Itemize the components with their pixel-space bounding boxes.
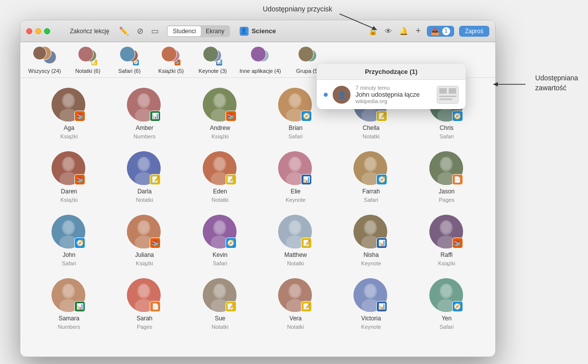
category-keynote[interactable]: 📊 Keynote (3)	[198, 46, 228, 74]
toolbar-icons: ✏️ ⊘ ▭	[119, 26, 159, 36]
student-juliana[interactable]: 📚 Juliana Książki	[111, 215, 178, 266]
app-badge-notes: 📝	[226, 301, 236, 312]
student-name: Brian	[289, 124, 302, 131]
student-name: Juliana	[135, 251, 154, 258]
student-daren[interactable]: 📚 Daren Książki	[35, 151, 103, 203]
app-icon: 👤	[239, 27, 248, 36]
lock-icon[interactable]: 🔒	[367, 26, 379, 37]
window-title: Science	[251, 27, 276, 35]
student-app: Safari	[439, 324, 454, 330]
app-badge-pages: 📄	[150, 301, 161, 312]
app-badge-keynote: 📊	[301, 174, 312, 185]
student-darla[interactable]: 📝 Darla Notatki	[111, 151, 178, 203]
student-avatar-container: 📄	[429, 151, 464, 186]
category-notes[interactable]: 📝 Notatki (6)	[73, 46, 103, 74]
screens-segment[interactable]: Ekrany	[201, 26, 229, 36]
svg-point-27	[63, 158, 73, 170]
popup-item[interactable]: 👤 7 minuty temu John udostępnia łącze wi…	[317, 80, 466, 109]
category-other[interactable]: Inne aplikacje (4)	[239, 46, 281, 74]
student-elie[interactable]: 📊 Elie Keynote	[262, 151, 329, 203]
share-button-annotation: Udostępniany przycisk	[263, 5, 332, 13]
student-app: Notatki	[136, 197, 153, 203]
student-eden[interactable]: 📝 Eden Notatki	[186, 151, 254, 203]
student-avatar-container: 📚	[203, 88, 237, 122]
student-name: Victoria	[361, 315, 381, 322]
student-app: Notatki	[287, 324, 304, 330]
invite-button[interactable]: Zaproś	[459, 26, 489, 37]
student-app: Safari	[364, 197, 378, 203]
student-name: Chris	[440, 124, 454, 131]
student-sarah[interactable]: 📄 Sarah Pages	[111, 278, 178, 330]
share-badge: 1	[442, 27, 450, 35]
student-avatar-container: 📝	[127, 151, 162, 186]
svg-point-79	[139, 285, 149, 297]
incoming-popup-overlay: Przychodzące (1) 👤 7 minuty temu John ud…	[317, 64, 466, 109]
student-app: Książki	[211, 133, 229, 139]
student-avatar-container: 📚	[52, 88, 86, 122]
end-lesson-button[interactable]: Zakończ lekcję	[70, 28, 109, 35]
student-vera[interactable]: 📝 Vera Notatki	[262, 278, 329, 330]
student-name: Eden	[213, 188, 227, 195]
app-badge-books: 📚	[226, 111, 236, 121]
student-sue[interactable]: 📝 Sue Notatki	[186, 278, 254, 330]
student-avatar-container: 📊	[353, 215, 388, 249]
bell-icon[interactable]: 🔔	[398, 26, 410, 37]
segment-control: Studenci Ekrany	[167, 25, 230, 37]
student-app: Książki	[136, 260, 153, 266]
app-badge-keynote: 📊	[376, 301, 387, 312]
student-avatar-container: 📝	[278, 278, 313, 313]
student-avatar-container: 📚	[52, 151, 86, 186]
students-segment[interactable]: Studenci	[168, 26, 201, 36]
titlebar: Zakończ lekcję ✏️ ⊘ ▭ Studenci Ekrany 👤 …	[20, 20, 495, 42]
student-matthew[interactable]: 📝 Matthew Notatki	[262, 215, 329, 266]
student-avatar-container: 📚	[429, 215, 464, 249]
svg-point-43	[365, 158, 375, 170]
close-button[interactable]	[26, 28, 32, 34]
student-name: John	[62, 251, 75, 258]
student-app: Książki	[60, 133, 78, 139]
share-button[interactable]: 📤 1	[427, 26, 454, 37]
student-app: Pages	[439, 197, 454, 203]
student-samara[interactable]: 📊 Samara Numbers	[35, 278, 103, 330]
student-victoria[interactable]: 📊 Victoria Keynote	[337, 278, 405, 330]
student-avatar-container: 🧭	[353, 151, 388, 186]
app-badge-books: 📚	[150, 238, 161, 248]
cat-avatar-keynote-1	[203, 46, 219, 62]
svg-point-39	[290, 158, 300, 170]
student-andrew[interactable]: 📚 Andrew Książki	[186, 88, 254, 139]
student-farrah[interactable]: 🧭 Farrah Safari	[337, 151, 405, 203]
category-safari[interactable]: 🧭 Safari (6)	[115, 46, 144, 74]
svg-point-35	[215, 158, 225, 170]
category-all[interactable]: Wszyscy (24)	[28, 46, 61, 74]
student-nisha[interactable]: 📊 Nisha Keynote	[337, 215, 405, 266]
screen-icon[interactable]: ▭	[151, 26, 159, 36]
student-yen[interactable]: 🧭 Yen Safari	[413, 278, 480, 330]
svg-point-59	[215, 221, 225, 233]
pencil-icon[interactable]: ✏️	[119, 26, 129, 36]
student-kevin[interactable]: 🧭 Kevin Safari	[186, 215, 254, 266]
student-app: Notatki	[212, 324, 229, 330]
svg-rect-98	[449, 88, 456, 93]
block-icon[interactable]: ⊘	[137, 26, 143, 36]
main-window: Zakończ lekcję ✏️ ⊘ ▭ Studenci Ekrany 👤 …	[20, 20, 496, 357]
student-raffi[interactable]: 📚 Raffi Książki	[413, 215, 480, 266]
svg-point-7	[139, 94, 149, 106]
student-aga[interactable]: 📚 Aga Książki	[35, 88, 103, 139]
student-app: Notatki	[362, 133, 379, 139]
minimize-button[interactable]	[35, 28, 41, 34]
student-avatar-container: 📝	[203, 278, 237, 313]
app-badge-numbers: 📊	[74, 301, 85, 312]
svg-point-47	[441, 158, 451, 170]
plus-icon[interactable]: +	[414, 25, 422, 37]
maximize-button[interactable]	[44, 28, 50, 34]
student-jason[interactable]: 📄 Jason Pages	[413, 151, 480, 203]
app-badge-safari: 🧭	[301, 111, 312, 121]
student-name: Kevin	[213, 251, 228, 258]
student-amber[interactable]: 📊 Amber Numbers	[111, 88, 178, 139]
cat-avatar-other-1	[250, 46, 266, 62]
app-badge-numbers: 📊	[150, 111, 161, 121]
student-john[interactable]: 🧭 John Safari	[35, 215, 103, 266]
category-books[interactable]: 📚 Książki (5)	[156, 46, 186, 74]
eye-icon[interactable]: 👁	[384, 26, 393, 36]
cat-avatar-notes-1	[78, 46, 94, 62]
